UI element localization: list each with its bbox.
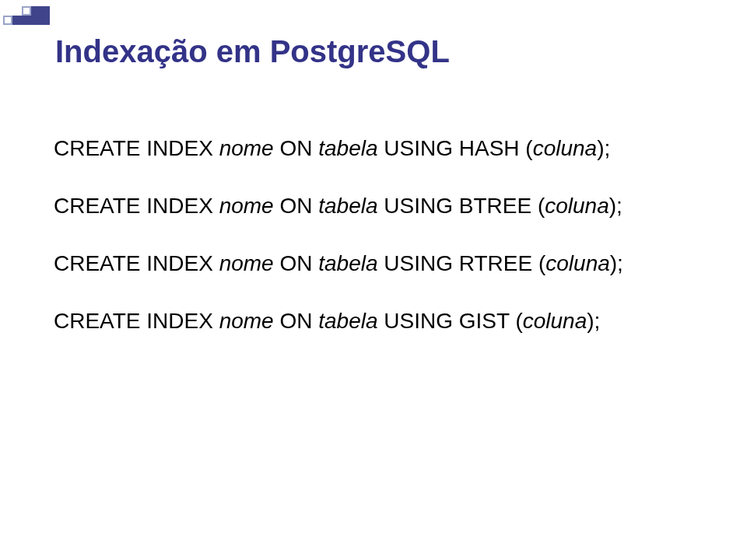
sql-var: tabela — [318, 136, 377, 160]
sql-var: coluna — [545, 251, 610, 275]
sql-text: USING GIST ( — [378, 309, 523, 333]
sql-var: coluna — [545, 194, 609, 218]
sql-var: coluna — [523, 309, 587, 333]
slide-title: Indexação em PostgreSQL — [55, 34, 696, 69]
sql-var: tabela — [318, 309, 377, 333]
sql-text: USING HASH ( — [378, 136, 533, 160]
sql-text: ON — [274, 194, 319, 218]
sql-text: ); — [609, 194, 622, 218]
sql-statement: CREATE INDEX nome ON tabela USING HASH (… — [54, 136, 696, 161]
sql-text: CREATE INDEX — [54, 251, 219, 275]
sql-statement: CREATE INDEX nome ON tabela USING BTREE … — [54, 194, 696, 219]
sql-text: ON — [274, 309, 319, 333]
sql-text: USING RTREE ( — [378, 251, 546, 275]
sql-var: coluna — [533, 136, 598, 160]
sql-text: ON — [274, 251, 319, 275]
sql-var: nome — [219, 194, 274, 218]
sql-text: ); — [610, 251, 623, 275]
sql-var: nome — [219, 251, 274, 275]
sql-text: ON — [274, 136, 319, 160]
sql-text: CREATE INDEX — [54, 194, 219, 218]
sql-text: ); — [597, 136, 610, 160]
sql-text: CREATE INDEX — [54, 136, 219, 160]
content-area: CREATE INDEX nome ON tabela USING HASH (… — [54, 136, 696, 334]
sql-text: USING BTREE ( — [378, 194, 545, 218]
slide: Indexação em PostgreSQL CREATE INDEX nom… — [0, 0, 747, 560]
sql-statement: CREATE INDEX nome ON tabela USING RTREE … — [54, 251, 696, 276]
sql-text: CREATE INDEX — [54, 309, 219, 333]
sql-var: tabela — [318, 251, 377, 275]
sql-var: tabela — [318, 194, 377, 218]
sql-statement: CREATE INDEX nome ON tabela USING GIST (… — [54, 309, 696, 334]
sql-var: nome — [219, 136, 274, 160]
sql-var: nome — [219, 309, 274, 333]
sql-text: ); — [587, 309, 600, 333]
